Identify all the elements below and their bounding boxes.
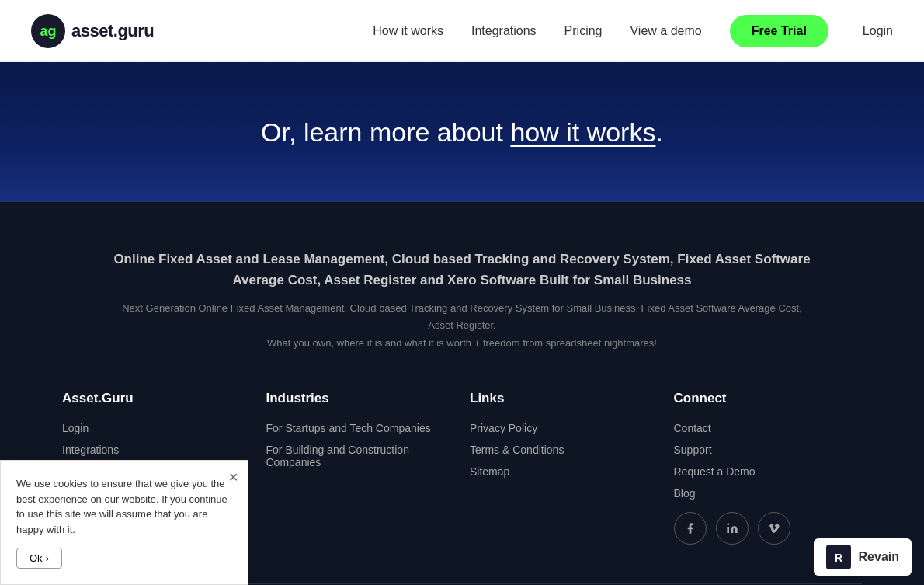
free-trial-button[interactable]: Free Trial bbox=[730, 15, 828, 47]
svg-rect-2 bbox=[727, 527, 729, 533]
footer-col-connect: Connect Contact Support Request a Demo B… bbox=[658, 391, 863, 552]
footer-contact[interactable]: Contact bbox=[674, 422, 847, 434]
footer-login[interactable]: Login bbox=[62, 422, 235, 434]
how-it-works-link[interactable]: how it works bbox=[510, 117, 655, 147]
footer-terms[interactable]: Terms & Conditions bbox=[470, 444, 643, 456]
footer-seo-sub1: Next Generation Online Fixed Asset Manag… bbox=[109, 300, 815, 334]
nav-integrations[interactable]: Integrations bbox=[471, 24, 537, 38]
footer-col-industries: Industries For Startups and Tech Compani… bbox=[251, 391, 455, 552]
cookie-ok-button[interactable]: Ok › bbox=[16, 548, 62, 569]
revain-label: Revain bbox=[859, 550, 899, 564]
logo-text: asset.guru bbox=[71, 21, 154, 41]
footer-integrations[interactable]: Integrations bbox=[62, 444, 235, 456]
footer-privacy-policy[interactable]: Privacy Policy bbox=[470, 422, 643, 434]
footer-col-industries-title: Industries bbox=[266, 391, 439, 406]
cookie-banner: ✕ We use cookies to ensure that we give … bbox=[0, 460, 248, 585]
footer-seo-sub2: What you own, where it is and what it is… bbox=[109, 335, 815, 352]
hero-prefix: Or, learn more about bbox=[261, 117, 510, 147]
footer-request-demo[interactable]: Request a Demo bbox=[674, 465, 847, 478]
nav-how-it-works[interactable]: How it works bbox=[373, 24, 443, 38]
vimeo-icon[interactable] bbox=[758, 512, 790, 545]
navbar: ag asset.guru How it works Integrations … bbox=[0, 0, 924, 62]
cookie-close-button[interactable]: ✕ bbox=[228, 468, 238, 487]
svg-text:ag: ag bbox=[40, 23, 56, 39]
revain-widget[interactable]: R Revain bbox=[814, 538, 912, 576]
logo[interactable]: ag asset.guru bbox=[31, 14, 154, 48]
login-link[interactable]: Login bbox=[863, 24, 893, 38]
nav-links: How it works Integrations Pricing View a… bbox=[373, 15, 893, 47]
footer-startups-tech[interactable]: For Startups and Tech Companies bbox=[266, 422, 439, 434]
footer-sitemap[interactable]: Sitemap bbox=[470, 465, 643, 478]
footer-col-links: Links Privacy Policy Terms & Conditions … bbox=[454, 391, 658, 552]
footer-seo-title: Online Fixed Asset and Lease Management,… bbox=[109, 249, 815, 291]
facebook-icon[interactable] bbox=[674, 512, 707, 545]
footer-building-construction[interactable]: For Building and Construction Companies bbox=[266, 444, 439, 468]
nav-view-a-demo[interactable]: View a demo bbox=[630, 24, 701, 38]
footer-col-connect-title: Connect bbox=[674, 391, 847, 406]
footer-connect-blog[interactable]: Blog bbox=[674, 487, 847, 500]
footer-col-links-title: Links bbox=[470, 391, 643, 406]
linkedin-icon[interactable] bbox=[716, 512, 749, 545]
hero-text: Or, learn more about how it works. bbox=[261, 117, 663, 148]
svg-text:R: R bbox=[834, 552, 842, 564]
footer-seo: Online Fixed Asset and Lease Management,… bbox=[62, 249, 862, 352]
cookie-text: We use cookies to ensure that we give yo… bbox=[16, 476, 232, 537]
svg-point-3 bbox=[727, 523, 729, 525]
hero-section: Or, learn more about how it works. bbox=[0, 62, 924, 202]
nav-pricing[interactable]: Pricing bbox=[564, 24, 603, 38]
hero-suffix: . bbox=[655, 117, 662, 147]
footer-col-asset-guru-title: Asset.Guru bbox=[62, 391, 235, 406]
footer-support[interactable]: Support bbox=[674, 444, 847, 456]
